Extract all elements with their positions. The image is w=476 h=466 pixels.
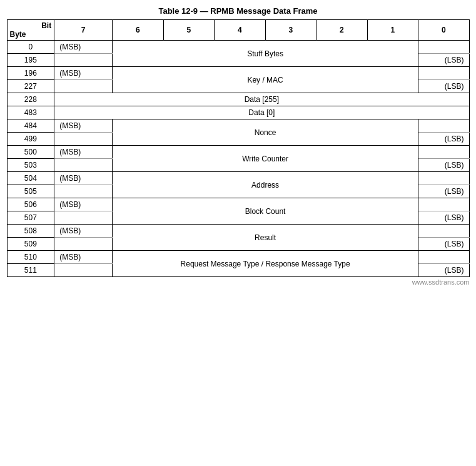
col-header-6: 6 — [113, 20, 163, 41]
lsb-indicator: (LSB) — [418, 211, 469, 225]
byte-number: 510 — [7, 251, 54, 264]
field-label: Address — [113, 172, 418, 198]
empty-cell — [418, 225, 469, 238]
empty-cell — [418, 41, 469, 54]
col-header-1: 1 — [367, 20, 418, 41]
table-row: 483Data [0] — [7, 106, 469, 119]
col-header-2: 2 — [316, 20, 367, 41]
lsb-indicator: (LSB) — [418, 80, 469, 93]
msb-indicator: (MSB) — [54, 146, 113, 159]
col-header-0: 0 — [418, 20, 469, 41]
table-row: 0(MSB)Stuff Bytes — [7, 41, 469, 54]
byte-number: 484 — [7, 119, 54, 133]
byte-number: 228 — [7, 93, 54, 106]
msb-indicator: (MSB) — [54, 172, 113, 185]
lsb-indicator: (LSB) — [418, 54, 469, 67]
table-title: Table 12-9 — RPMB Message Data Frame — [158, 6, 317, 16]
byte-number: 506 — [7, 198, 54, 211]
lsb-indicator: (LSB) — [418, 264, 469, 277]
field-label: Nonce — [113, 119, 418, 146]
empty-cell — [54, 80, 113, 93]
empty-cell — [418, 119, 469, 133]
watermark: www.ssdtrans.com — [7, 278, 470, 286]
empty-cell — [418, 198, 469, 211]
msb-indicator: (MSB) — [54, 119, 113, 133]
field-label: Key / MAC — [113, 67, 418, 93]
byte-number: 0 — [7, 41, 54, 54]
bit-byte-header: Bit Byte — [7, 20, 54, 41]
msb-indicator: (MSB) — [54, 225, 113, 238]
byte-number: 505 — [7, 185, 54, 198]
field-label: Data [0] — [54, 106, 469, 119]
byte-number: 196 — [7, 67, 54, 80]
byte-number: 504 — [7, 172, 54, 185]
empty-cell — [418, 172, 469, 185]
empty-cell — [54, 185, 113, 198]
lsb-indicator: (LSB) — [418, 133, 469, 146]
field-label: Data [255] — [54, 93, 469, 106]
field-label: Result — [113, 225, 418, 251]
field-label: Write Counter — [113, 146, 418, 172]
table-row: 508(MSB)Result — [7, 225, 469, 238]
empty-cell — [418, 67, 469, 80]
bit-label: Bit — [10, 21, 52, 30]
empty-cell — [54, 238, 113, 251]
table-row: 510(MSB)Request Message Type / Response … — [7, 251, 469, 264]
byte-number: 509 — [7, 238, 54, 251]
lsb-indicator: (LSB) — [418, 238, 469, 251]
byte-number: 499 — [7, 133, 54, 146]
col-header-7: 7 — [54, 20, 113, 41]
col-header-4: 4 — [215, 20, 265, 41]
empty-cell — [54, 133, 113, 146]
col-header-3: 3 — [265, 20, 316, 41]
byte-number: 511 — [7, 264, 54, 277]
field-label: Request Message Type / Response Message … — [113, 251, 418, 277]
msb-indicator: (MSB) — [54, 41, 113, 54]
lsb-indicator: (LSB) — [418, 185, 469, 198]
byte-number: 508 — [7, 225, 54, 238]
table-row: 506(MSB)Block Count — [7, 198, 469, 211]
empty-cell — [54, 211, 113, 225]
msb-indicator: (MSB) — [54, 67, 113, 80]
byte-number: 503 — [7, 159, 54, 172]
field-label: Block Count — [113, 198, 418, 225]
byte-number: 500 — [7, 146, 54, 159]
byte-number: 483 — [7, 106, 54, 119]
table-row: 228Data [255] — [7, 93, 469, 106]
byte-label: Byte — [10, 30, 52, 39]
col-header-5: 5 — [163, 20, 214, 41]
empty-cell — [54, 54, 113, 67]
field-label: Stuff Bytes — [113, 41, 418, 67]
empty-cell — [418, 146, 469, 159]
table-row: 504(MSB)Address — [7, 172, 469, 185]
msb-indicator: (MSB) — [54, 198, 113, 211]
table-row: 196(MSB)Key / MAC — [7, 67, 469, 80]
data-table: Bit Byte 7 6 5 4 3 2 1 0 0(MSB)Stuff Byt… — [7, 19, 470, 277]
empty-cell — [54, 159, 113, 172]
empty-cell — [418, 251, 469, 264]
empty-cell — [54, 264, 113, 277]
table-row: 484(MSB)Nonce — [7, 119, 469, 133]
byte-number: 195 — [7, 54, 54, 67]
lsb-indicator: (LSB) — [418, 159, 469, 172]
msb-indicator: (MSB) — [54, 251, 113, 264]
byte-number: 227 — [7, 80, 54, 93]
byte-number: 507 — [7, 211, 54, 225]
table-row: 500(MSB)Write Counter — [7, 146, 469, 159]
